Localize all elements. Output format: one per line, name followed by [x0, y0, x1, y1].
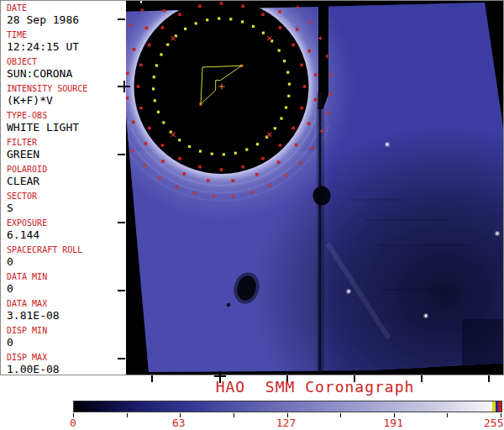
metadata-field: DISP MAX1.00E-08 [7, 352, 124, 379]
metadata-field: DATA MAX3.81E-08 [7, 298, 124, 325]
field-value: 12:24:15 UT [7, 40, 124, 53]
metadata-field: INTENSITY SOURCE(K+F)*V [7, 83, 124, 110]
field-value: GREEN [7, 148, 124, 160]
field-label: INTENSITY SOURCE [7, 83, 124, 94]
field-value: S [7, 202, 124, 214]
metadata-field: OBJECTSUN:CORONA [7, 56, 124, 83]
field-value: 6.144 [7, 228, 124, 241]
field-label: DATA MAX [7, 298, 124, 309]
field-value: 1.00E-08 [7, 363, 124, 375]
field-value: WHITE LIGHT [7, 121, 124, 134]
metadata-sidebar: DATE28 Sep 1986TIME12:24:15 UTOBJECTSUN:… [0, 0, 124, 374]
metadata-field: FILTERGREEN [7, 137, 124, 164]
field-label: TIME [7, 29, 124, 40]
metadata-field: DATE28 Sep 1986 [7, 3, 124, 29]
field-value: CLEAR [7, 175, 124, 187]
colorbar-tick-label: 0 [70, 417, 76, 429]
metadata-field: TYPE-OBSWHITE LIGHT [7, 110, 124, 137]
field-value: 0 [7, 255, 124, 268]
field-value: 28 Sep 1986 [7, 13, 124, 26]
coronagraph-image [126, 0, 504, 375]
colorbar-tick [340, 413, 341, 417]
field-label: DISP MAX [7, 352, 124, 363]
metadata-field: POLAROIDCLEAR [7, 164, 124, 191]
metadata-field: DISP MIN0 [7, 325, 124, 352]
field-value: 3.81E-08 [7, 309, 124, 322]
field-label: TYPE-OBS [7, 110, 124, 121]
colorbar-tick-label: 191 [384, 417, 403, 429]
metadata-field: DATA MIN0 [7, 271, 124, 298]
field-label: EXPOSURE [7, 218, 124, 228]
field-label: POLAROID [7, 164, 124, 175]
field-value: 0 [7, 336, 124, 349]
field-label: DATA MIN [7, 271, 124, 282]
field-label: SECTOR [7, 191, 124, 202]
field-label: OBJECT [7, 56, 124, 67]
metadata-field: SECTORS [7, 191, 124, 218]
colorbar-tick-label: 63 [172, 417, 186, 429]
colorbar-tick [234, 413, 234, 417]
colorbar-tick [447, 413, 448, 417]
image-caption: HAO SMM Coronagraph [126, 378, 504, 396]
field-label: SPACECRAFT ROLL [7, 244, 124, 255]
field-value: SUN:CORONA [7, 67, 124, 80]
field-label: FILTER [7, 137, 124, 148]
field-value: 0 [7, 282, 124, 295]
metadata-field: SPACECRAFT ROLL0 [7, 244, 124, 271]
field-value: (K+F)*V [7, 94, 124, 107]
metadata-field: EXPOSURE6.144 [7, 218, 124, 244]
metadata-field: TIME12:24:15 UT [7, 29, 124, 56]
colorbar [73, 401, 502, 412]
field-label: DATE [7, 3, 124, 13]
coronagraph-viewer-window: DATE28 Sep 1986TIME12:24:15 UTOBJECTSUN:… [0, 0, 504, 430]
coronagraph-scene-canvas [126, 0, 504, 375]
field-label: DISP MIN [7, 325, 124, 336]
colorbar-tick-label: 127 [276, 417, 296, 429]
colorbar-tick-label: 255 [484, 417, 503, 429]
colorbar-tick [127, 413, 128, 417]
axis-cross [214, 375, 226, 377]
